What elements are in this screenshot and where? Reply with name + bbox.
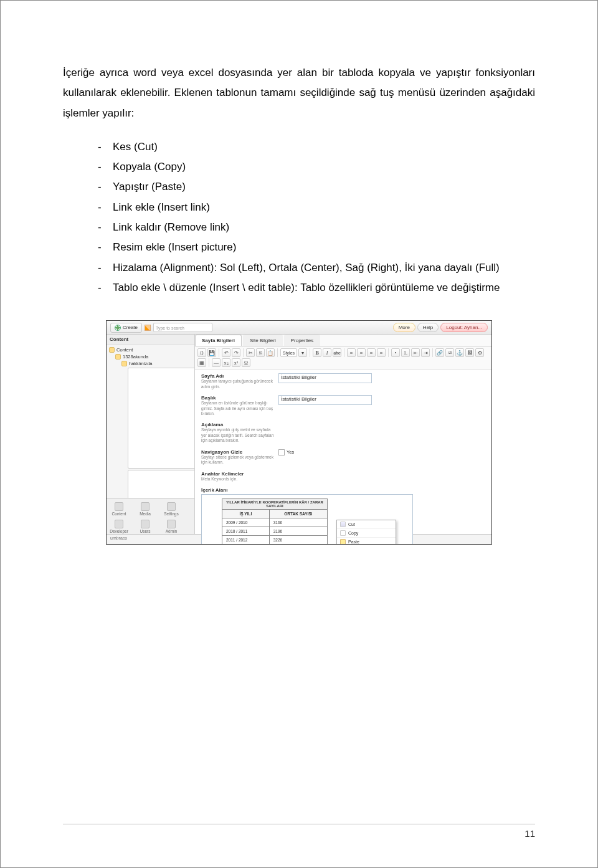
list-item: Resim ekle (Insert picture) [98,237,535,257]
tb-align-full-icon[interactable]: ≡ [377,348,386,357]
checkbox-nav-gizle[interactable]: Yes [278,449,294,455]
tb-redo-icon[interactable]: ↷ [232,348,240,357]
tb-ul-icon[interactable]: • [391,348,400,357]
admin-icon [167,520,176,528]
logout-button[interactable]: Logout: Ayhan... [440,323,488,332]
tb-undo-icon[interactable]: ↶ [222,348,230,357]
tree-label: 1328akunda [123,354,148,360]
plus-icon [115,325,121,331]
tb-unlink-icon[interactable]: ⧄ [445,348,454,357]
tb-anchor-icon[interactable]: ⚓ [455,348,464,357]
page-number: 11 [524,828,535,839]
tree-item[interactable]: tarihce [109,367,194,469]
tb-copy-icon[interactable]: ⎘ [256,348,265,357]
table-cell: 3166 [269,518,327,527]
page-icon [128,368,194,469]
folder-icon [121,361,127,366]
ctx-paste[interactable]: Paste [337,538,396,545]
section-switcher: ContentMediaSettingsDeveloperUsersAdmin [107,498,194,534]
form-area: Sayfa AdıSayfanın tarayıcı çubuğunda gör… [195,370,491,545]
section-developer[interactable]: Developer [109,520,129,533]
ctx-cut[interactable]: Cut [337,520,396,529]
col-header: ORTAK SAYISI [269,510,327,518]
tb-table-icon[interactable]: ▦ [197,358,206,367]
more-button[interactable]: More [393,323,415,332]
label-nav-gizle: Navigasyon GizleSayfayı sitede gizlemek … [201,449,275,465]
tb-dropdown-icon[interactable]: ▾ [298,348,307,357]
table-cell: 3196 [269,527,327,536]
tab-strip: Sayfa Bilgileri Site Bilgileri Propertie… [195,335,491,346]
tb-outdent-icon[interactable]: ⇤ [411,348,420,357]
tb-align-right-icon[interactable]: ≡ [367,348,376,357]
tree-item[interactable]: 1328akunda [109,353,194,360]
tb-sup-icon[interactable]: x² [232,358,240,367]
section-settings[interactable]: Settings [161,502,181,516]
section-media[interactable]: Media [135,502,155,516]
list-item: Tablo ekle \ düzenle (Insert \ edit tabl… [98,278,535,298]
tb-align-center-icon[interactable]: ≡ [357,348,366,357]
action-list: Kes (Cut) Kopyala (Copy) Yapıştır (Paste… [98,137,535,298]
tb-html-icon[interactable]: ⟨⟩ [197,348,206,357]
tb-cut-icon[interactable]: ✂ [246,348,255,357]
tb-paste-icon[interactable]: 📋 [266,348,275,357]
topbar: Create Type to search More Help Logout: … [107,321,491,335]
table-cell: 2009 / 2010 [222,518,270,527]
section-admin[interactable]: Admin [161,520,181,533]
list-item: Link kaldır (Remove link) [98,217,535,237]
style-select[interactable]: Styles [280,348,297,357]
page-icon [128,470,194,498]
edit-icon[interactable] [145,325,151,331]
tb-sub-icon[interactable]: x₂ [222,358,230,367]
list-item: Hizalama (Alignment): Sol (Left), Ortala… [98,258,535,278]
input-baslik[interactable]: İstatistiki Bilgiler [278,395,372,405]
tab-sayfa-bilgileri[interactable]: Sayfa Bilgileri [195,335,242,346]
create-button[interactable]: Create [110,323,142,333]
context-menu: Cut Copy Paste Insert link Remove link I… [336,520,396,545]
table-cell: 3226 [269,536,327,545]
col-header: İŞ YILI [222,510,270,518]
section-content[interactable]: Content [109,502,129,516]
copy-icon [340,530,346,536]
tb-align-left-icon[interactable]: ≡ [347,348,356,357]
folder-icon [109,347,115,353]
editor-panel: Sayfa Bilgileri Site Bilgileri Propertie… [195,335,491,534]
tree-item[interactable]: anneanneakisi [109,469,194,498]
tb-save-icon[interactable]: 💾 [207,348,216,357]
list-item: Yapıştır (Paste) [98,177,535,197]
tb-indent-icon[interactable]: ⇥ [421,348,430,357]
help-button[interactable]: Help [417,323,439,332]
tab-site-bilgileri[interactable]: Site Bilgileri [243,335,283,346]
tab-properties[interactable]: Properties [284,335,320,346]
tb-hr-icon[interactable]: — [212,358,221,367]
tb-char-icon[interactable]: Ω [242,358,250,367]
left-panel-header: Content [107,335,194,345]
tree-label: hakkimizda [129,361,153,366]
ctx-copy[interactable]: Copy [337,529,396,538]
tree-item[interactable]: Content [109,346,194,353]
rte-editor[interactable]: YILLAR İTİBARİYLE KOOPERATİFLERİN KÂR / … [201,494,413,545]
search-input[interactable]: Type to search [153,323,212,332]
table-cell: 2011 / 2012 [222,536,270,545]
users-icon [141,520,150,528]
paste-icon [340,539,346,545]
tb-link-icon[interactable]: 🔗 [435,348,444,357]
cms-screenshot-figure: Create Type to search More Help Logout: … [106,320,492,545]
tb-bold-icon[interactable]: B [313,348,321,357]
table-title: YILLAR İTİBARİYLE KOOPERATİFLERİN KÂR / … [222,499,328,510]
table-cell: 3146 [269,545,327,545]
tree-item[interactable]: hakkimizda [109,360,194,367]
section-users[interactable]: Users [135,520,155,533]
label-anahtar: Anahtar KelimelerMeta Keywords için. [201,471,275,482]
paragraph-intro: İçeriğe ayrıca word veya excel dosyasınd… [63,63,535,123]
list-item: Link ekle (Insert link) [98,198,535,217]
inserted-table[interactable]: YILLAR İTİBARİYLE KOOPERATİFLERİN KÂR / … [222,498,328,545]
folder-icon [115,354,121,360]
tb-strike-icon[interactable]: abc [333,348,341,357]
tb-ol-icon[interactable]: 1. [401,348,410,357]
input-sayfa-adi[interactable]: İstatistiki Bilgiler [278,373,372,383]
content-tree: Content1328akundahakkimizdatarihceannean… [107,345,194,498]
tb-image-icon[interactable]: 🖼 [465,348,474,357]
tb-italic-icon[interactable]: I [323,348,331,357]
label-baslik: BaşlıkSayfanın en üstünde görünen başlığ… [201,395,275,416]
tb-macro-icon[interactable]: ⚙ [475,348,484,357]
